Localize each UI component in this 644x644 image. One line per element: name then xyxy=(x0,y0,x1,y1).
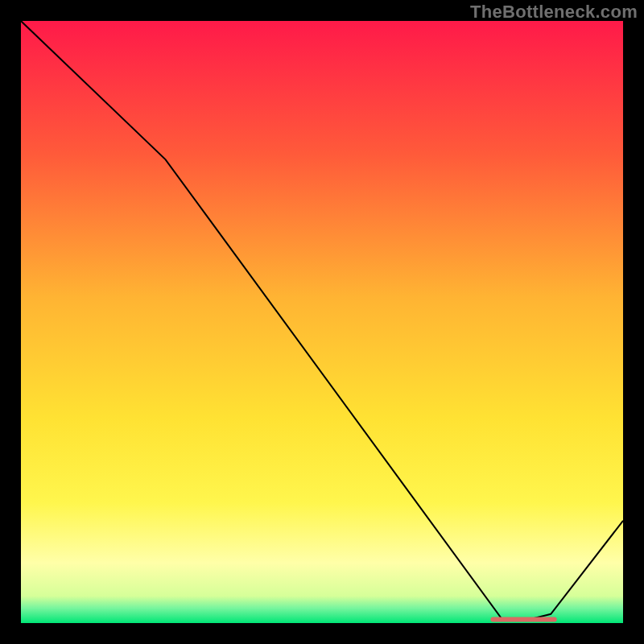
gradient-background xyxy=(21,21,623,623)
optimum-marker xyxy=(490,617,556,622)
bottleneck-chart xyxy=(21,21,623,623)
watermark-text: TheBottleneck.com xyxy=(470,2,638,23)
